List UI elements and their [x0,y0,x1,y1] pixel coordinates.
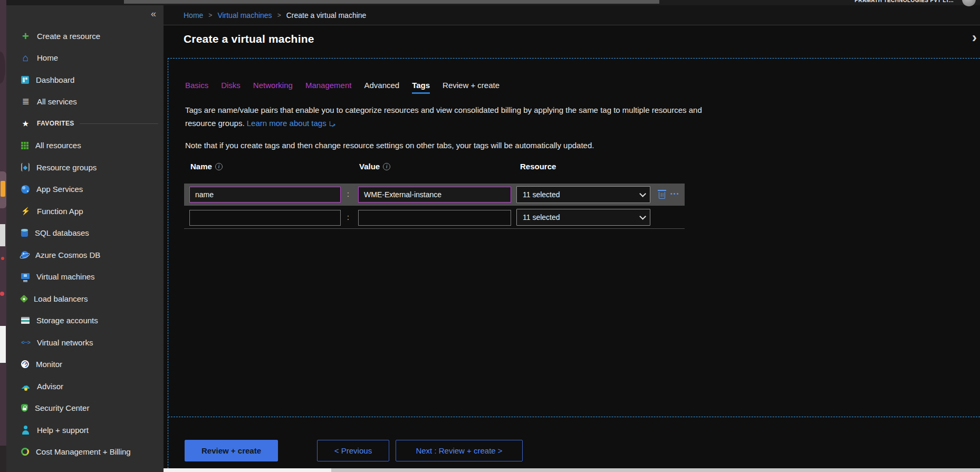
sidebar-item-monitor[interactable]: Monitor [21,358,160,371]
tag-name-input-empty[interactable] [189,210,341,226]
breadcrumb-item-virtual-machines[interactable]: Virtual machines > [217,11,286,20]
sidebar-item-label: App Services [36,185,83,194]
sidebar-item-label: Home [37,53,58,62]
resource-dropdown-2[interactable]: 11 selected [516,209,650,226]
favorites-icon [21,119,30,128]
azure-portal-screen: « Create a resource Home Dashboard [0,0,980,472]
resource-groups-icon [21,163,30,171]
column-header-value: Value [359,162,380,171]
tab-networking[interactable]: Networking [253,81,293,94]
dock-red-dot-2 [0,292,4,296]
tab-label: Networking [253,81,293,90]
sidebar-item-help-support[interactable]: Help + support [21,423,160,437]
footer-divider [168,417,980,417]
sidebar-item-label: Advisor [37,382,63,391]
tab-tags[interactable]: Tags [412,81,430,94]
tab-label: Advanced [364,81,399,90]
tab-label: Review + create [443,81,499,90]
virtual-networks-icon [21,338,30,347]
sidebar-item-function-app[interactable]: Function App [21,204,160,218]
breadcrumb: Home > Virtual machines > Create a virtu… [164,5,980,25]
learn-more-link[interactable]: Learn more about tags [247,119,326,128]
security-center-icon [21,404,28,412]
previous-button[interactable]: < Previous [317,440,389,461]
panel-collapse-chevron-icon[interactable]: › [972,29,977,46]
sidebar-item-label: Storage accounts [36,316,98,325]
tab-advanced[interactable]: Advanced [364,81,399,94]
tags-tab-panel: Basics Disks Networking Management [168,58,980,468]
dock-icon-fragment [0,52,5,83]
tab-basics[interactable]: Basics [185,81,208,94]
sidebar-item-cost-management-billing[interactable]: Cost Management + Billing [21,445,160,459]
delete-row-icon[interactable] [659,192,665,199]
resource-dropdown-value: 11 selected [523,213,560,221]
tag-value-input[interactable] [358,187,511,203]
tags-description: Tags are name/value pairs that enable yo… [185,103,720,130]
resource-dropdown[interactable]: 11 selected [516,186,650,203]
sidebar-item-label: Virtual machines [36,272,95,281]
tab-review-create[interactable]: Review + create [443,81,499,94]
tab-label: Disks [221,81,241,90]
dock-icon-white-fragment [0,224,5,246]
sidebar-item-label: Azure Cosmos DB [35,251,100,259]
sidebar-item-favorites[interactable]: FAVORITES [21,117,160,130]
sidebar-item-label: SQL databases [35,228,89,237]
row-more-icon[interactable]: ••• [670,190,680,197]
sidebar-collapse-button[interactable]: « [151,8,156,20]
tab-label: Management [305,81,352,90]
external-link-icon [330,120,336,126]
breadcrumb-label[interactable]: Home [184,11,203,20]
sidebar-item-load-balancers[interactable]: Load balancers [21,292,160,305]
sidebar-item-all-resources[interactable]: All resources [21,139,160,152]
name-info-icon[interactable]: i [215,163,223,170]
sidebar-item-create-a-resource[interactable]: Create a resource [21,29,160,43]
horizontal-scrollbar[interactable] [164,468,980,472]
breadcrumb-item-home[interactable]: Home > [184,11,217,20]
sidebar-item-home[interactable]: Home [21,51,160,65]
sidebar-item-azure-cosmos-db[interactable]: Azure Cosmos DB [21,248,160,262]
app-services-icon [21,185,30,194]
sidebar-item-all-services[interactable]: All services [21,95,160,109]
portal-top-bar: PRAMATH TECHNOLOGIES PVT LT... [6,0,980,5]
load-balancers-icon [20,294,28,303]
breadcrumb-label[interactable]: Virtual machines [217,11,272,20]
sidebar-item-label: Create a resource [37,32,100,41]
sidebar-item-resource-groups[interactable]: Resource groups [21,160,160,174]
sidebar-item-virtual-machines[interactable]: Virtual machines [21,270,160,284]
home-icon [21,53,30,62]
breadcrumb-separator: > [277,12,281,19]
name-value-separator: : [347,190,349,198]
sidebar-item-dashboard[interactable]: Dashboard [21,73,160,86]
advisor-icon [21,382,30,391]
tag-value-input-empty[interactable] [358,210,511,226]
storage-accounts-icon [21,317,30,324]
name-value-separator: : [347,213,349,221]
sidebar-item-sql-databases[interactable]: SQL databases [21,226,160,240]
sidebar-item-app-services[interactable]: App Services [21,182,160,196]
monitor-icon [21,360,29,368]
sidebar-item-label: All resources [35,141,81,150]
tag-name-input[interactable] [189,187,341,203]
breadcrumb-label[interactable]: Create a virtual machine [286,11,367,20]
value-info-icon[interactable]: i [383,163,390,170]
help-support-icon [21,426,30,435]
main-content: Home > Virtual machines > Create a virtu… [164,0,980,472]
table-bottom-divider [184,228,685,229]
sidebar-item-label: FAVORITES [37,120,74,127]
cosmos-db-icon [21,251,28,258]
breadcrumb-item-create-a-virtual-machine[interactable]: Create a virtual machine [286,11,367,20]
all-resources-icon [21,142,28,149]
horizontal-scrollbar-thumb[interactable] [164,468,331,472]
sidebar-item-storage-accounts[interactable]: Storage accounts [21,314,160,327]
sidebar-item-advisor[interactable]: Advisor [21,379,160,393]
tenant-name[interactable]: PRAMATH TECHNOLOGIES PVT LT... [854,0,954,5]
sidebar-item-security-center[interactable]: Security Center [21,401,160,415]
tab-disks[interactable]: Disks [221,81,241,94]
page-title: Create a virtual machine [184,33,314,45]
sidebar-item-virtual-networks[interactable]: Virtual networks [21,335,160,349]
tab-management[interactable]: Management [305,81,352,94]
cost-management-icon [21,448,29,456]
next-button[interactable]: Next : Review + create > [396,440,523,461]
global-search-bar[interactable] [124,0,659,4]
review-create-button[interactable]: Review + create [185,440,278,461]
